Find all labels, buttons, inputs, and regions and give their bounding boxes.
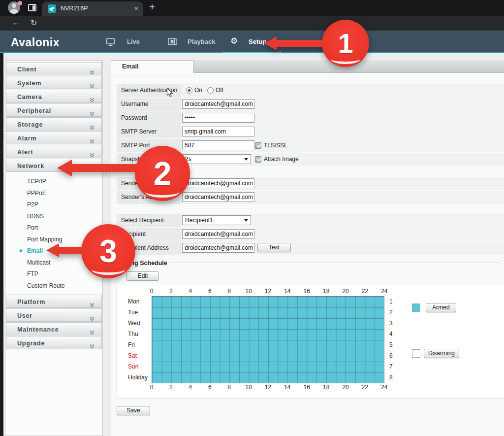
- schedule-panel: 024681012141618202224 MonTueWedThuFriSat…: [117, 285, 504, 399]
- row-password: Password •••••: [117, 111, 504, 125]
- row-smtp-server: SMTP Server smtp.gmail.com: [117, 125, 504, 138]
- sidebar-group[interactable]: System: [6, 76, 102, 89]
- smtp-server-input[interactable]: smtp.gmail.com: [182, 127, 254, 136]
- armed-color-swatch: [412, 303, 420, 312]
- sidebar-item[interactable]: Custom Route: [5, 280, 102, 292]
- arrow-left-icon: [57, 160, 72, 176]
- row-number: 2: [389, 307, 401, 318]
- sidebar-group[interactable]: Upgrade: [6, 336, 102, 349]
- day-label: Sun: [117, 361, 150, 372]
- row-select-recipient: Select Recipient Recipient1: [117, 214, 504, 227]
- row-number: 1: [389, 296, 401, 307]
- select-recipient-select[interactable]: Recipient1: [182, 215, 251, 225]
- row-number: 3: [389, 318, 401, 329]
- row-number: 6: [389, 350, 401, 361]
- section-divider: [170, 263, 500, 263]
- sidebar-groups-top: Client System Camera: [5, 62, 102, 158]
- annotation-step-2: 2: [57, 145, 195, 204]
- profile-badge: [18, 1, 22, 5]
- recipient-input[interactable]: droidcamtech@gmail.com: [182, 229, 254, 239]
- screen: NVR216P × + ← ↻ Not secure | 192.168.1.1…: [0, 0, 504, 436]
- row-number: 7: [389, 361, 401, 372]
- step-number-badge: 3: [81, 224, 135, 278]
- attach-image-checkbox[interactable]: [255, 156, 261, 163]
- recipient-address-input[interactable]: droidcamtech@gmail.com: [182, 243, 254, 253]
- sidebar-groups-bottom: Platform User Maintenance: [5, 295, 102, 349]
- sidebar-group[interactable]: Maintenance: [6, 322, 102, 335]
- back-icon[interactable]: ←: [12, 18, 20, 27]
- test-button[interactable]: Test: [257, 243, 291, 252]
- sidebar-group[interactable]: Peripheral: [6, 103, 102, 117]
- sidebar-group[interactable]: Alarm: [6, 131, 102, 144]
- tab-search-icon[interactable]: [28, 4, 36, 11]
- browser-tab-strip: NVR216P × +: [0, 0, 504, 16]
- select-arrow-icon: [244, 219, 248, 222]
- site-favicon-icon: [48, 4, 56, 13]
- brand-logo: Avalonix: [11, 36, 60, 49]
- schedule-day-labels: MonTueWedThuFriSatSunHoliday: [117, 296, 150, 383]
- day-label: Mon: [117, 296, 150, 307]
- sidebar-group[interactable]: Storage: [6, 117, 102, 131]
- sidebar-group[interactable]: Platform: [6, 295, 102, 308]
- app-header: Avalonix Live View Playback ⚙ Setup: [0, 31, 504, 53]
- tab-email[interactable]: Email: [111, 60, 193, 73]
- disarming-button[interactable]: Disarming: [424, 349, 459, 358]
- day-label: Sat: [117, 350, 150, 361]
- row-server-authentication: Server Authentication On Off: [117, 84, 504, 97]
- step-number-badge: 1: [322, 20, 369, 67]
- password-input[interactable]: •••••: [182, 113, 254, 123]
- left-edge: [0, 53, 3, 436]
- schedule-row-numbers: 12345678: [389, 296, 401, 383]
- chevron-down-icon: [89, 340, 95, 353]
- day-label: Tue: [117, 307, 150, 318]
- sidebar-group[interactable]: Client: [6, 62, 102, 75]
- mouse-cursor: [166, 88, 173, 100]
- row-username: Username droidcamtech@gmail.com: [117, 98, 504, 111]
- armed-button[interactable]: Armed: [426, 303, 456, 312]
- day-label: Fri: [117, 339, 150, 350]
- nav-playback-label: Playback: [188, 31, 215, 53]
- refresh-icon[interactable]: ↻: [31, 18, 37, 28]
- save-button[interactable]: Save: [117, 406, 150, 415]
- browser-tab[interactable]: NVR216P ×: [42, 1, 143, 16]
- row-number: 5: [389, 339, 401, 350]
- schedule-axis-top: 024681012141618202224: [147, 288, 389, 295]
- row-number: 8: [389, 372, 401, 383]
- radio-off[interactable]: [207, 87, 214, 94]
- gear-icon[interactable]: ⚙: [230, 36, 238, 46]
- arming-schedule-grid[interactable]: [152, 296, 384, 383]
- arrow-left-icon: [46, 243, 59, 257]
- day-label: Wed: [117, 318, 150, 329]
- active-item-arrow-icon: [20, 249, 23, 253]
- schedule-axis-bottom: 024681012141618202224: [147, 384, 389, 391]
- new-tab-button[interactable]: +: [149, 1, 155, 13]
- monitor-icon: [106, 38, 115, 48]
- annotation-step-1: 1: [264, 17, 372, 71]
- step-number-badge: 2: [135, 146, 190, 201]
- sidebar-item[interactable]: DDNS: [5, 211, 102, 223]
- row-number: 4: [389, 329, 401, 339]
- sidebar-group[interactable]: Camera: [6, 90, 102, 103]
- select-arrow-icon: [244, 158, 248, 161]
- row-recipient: Recipient droidcamtech@gmail.com: [117, 228, 504, 241]
- tls-ssl-checkbox[interactable]: [255, 142, 261, 149]
- annotation-step-3: 3: [46, 223, 140, 281]
- radio-on[interactable]: [186, 87, 192, 94]
- browser-address-bar: ← ↻ Not secure | 192.168.1.179: [0, 16, 504, 31]
- disarming-color-swatch: [412, 349, 420, 358]
- film-icon: [168, 38, 177, 47]
- sidebar-group[interactable]: User: [6, 308, 102, 322]
- arrow-left-icon: [264, 36, 277, 50]
- day-label: Holiday: [117, 372, 150, 383]
- day-label: Thu: [117, 329, 150, 339]
- tab-title: NVR216P: [61, 5, 88, 12]
- row-recipient-address: Recipient Address droidcamtech@gmail.com…: [117, 241, 504, 255]
- close-tab-icon[interactable]: ×: [134, 4, 138, 12]
- username-input[interactable]: droidcamtech@gmail.com: [182, 99, 254, 109]
